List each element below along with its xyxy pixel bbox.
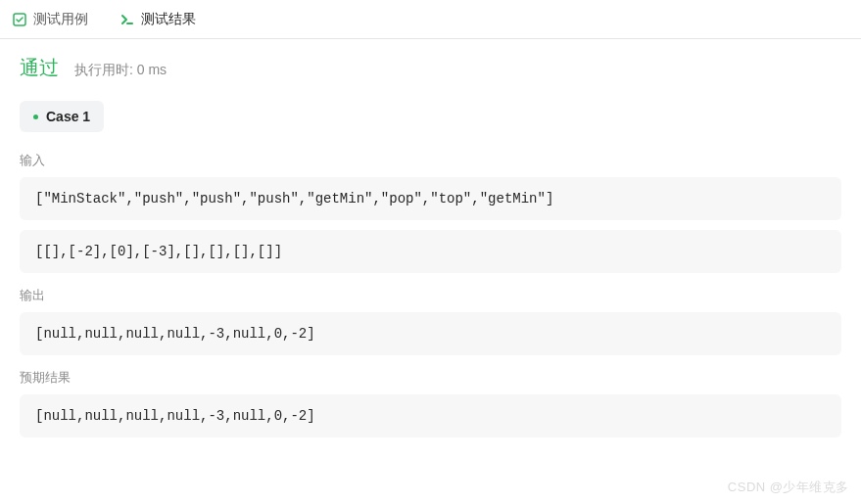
content-area: 通过 执行用时: 0 ms Case 1 输入 ["MinStack","pus… — [0, 39, 861, 463]
tab-testcase[interactable]: 测试用例 — [8, 0, 92, 38]
case-label: Case 1 — [46, 109, 90, 124]
status-row: 通过 执行用时: 0 ms — [20, 55, 841, 81]
output-block[interactable]: [null,null,null,null,-3,null,0,-2] — [20, 312, 841, 355]
input-label: 输入 — [20, 152, 841, 169]
input-block-2[interactable]: [[],[-2],[0],[-3],[],[],[],[]] — [20, 230, 841, 273]
case-tab-1[interactable]: Case 1 — [20, 101, 104, 132]
input-block-1[interactable]: ["MinStack","push","push","push","getMin… — [20, 177, 841, 220]
expected-block[interactable]: [null,null,null,null,-3,null,0,-2] — [20, 394, 841, 437]
watermark: CSDN @少年维克多 — [728, 479, 849, 496]
checkbox-icon — [12, 12, 27, 27]
tab-result-label: 测试结果 — [141, 11, 196, 28]
status-badge: 通过 — [20, 55, 59, 81]
tab-result[interactable]: 测试结果 — [116, 0, 200, 38]
status-dot-icon — [33, 115, 38, 119]
tab-bar: 测试用例 测试结果 — [0, 0, 861, 39]
runtime-text: 执行用时: 0 ms — [74, 62, 167, 79]
case-tabs: Case 1 — [20, 101, 841, 132]
expected-label: 预期结果 — [20, 369, 841, 387]
output-label: 输出 — [20, 287, 841, 304]
terminal-icon — [120, 12, 135, 27]
tab-testcase-label: 测试用例 — [33, 11, 88, 28]
